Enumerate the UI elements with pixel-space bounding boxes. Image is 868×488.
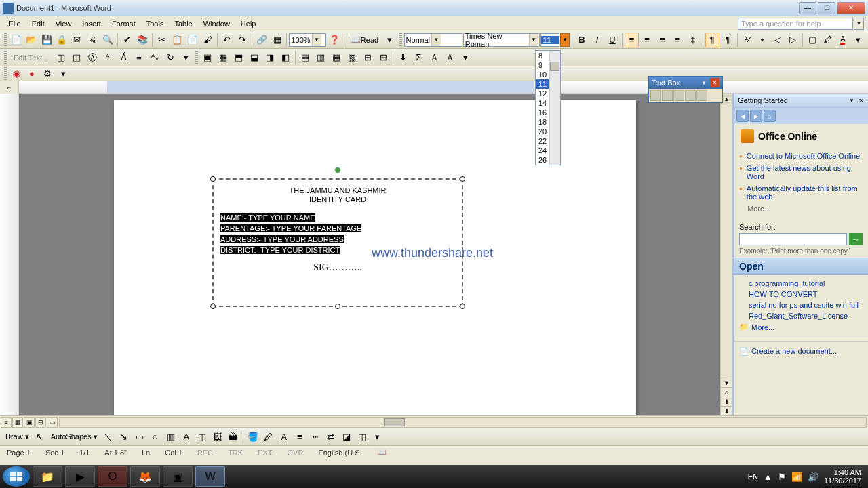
arrow-style-icon[interactable]: ⇄ <box>323 430 338 445</box>
toolbar-options-icon[interactable]: ▾ <box>382 33 397 47</box>
link-connect[interactable]: Connect to Microsoft Office Online <box>739 150 863 162</box>
tb3-icon-9[interactable]: ▾ <box>178 50 193 65</box>
draw-options[interactable]: ▾ <box>370 430 385 445</box>
nav-fwd-icon[interactable]: ► <box>750 110 762 122</box>
rectangle-icon[interactable]: ▭ <box>132 430 147 445</box>
break-link-icon[interactable] <box>662 90 673 101</box>
draw-menu[interactable]: Draw ▾ <box>3 432 32 441</box>
pdf-icon[interactable]: ◉ <box>9 66 24 81</box>
text-box[interactable]: THE JAMMU AND KASHMIR IDENTITY CARD NAME… <box>212 178 463 307</box>
taskbar-media[interactable]: ▶ <box>65 466 95 487</box>
hyperlink-icon[interactable]: 🔗 <box>254 33 269 47</box>
tray-clock[interactable]: 1:40 AM 11/30/2017 <box>824 468 861 485</box>
tb3-icon-26[interactable]: ▾ <box>458 50 473 65</box>
tb3-icon-23[interactable]: Σ <box>411 50 426 65</box>
spell-icon[interactable]: ✔ <box>120 33 135 47</box>
text-direction-icon[interactable] <box>696 90 707 101</box>
shadow-icon[interactable]: ◪ <box>339 430 354 445</box>
rotate-handle[interactable] <box>335 167 340 173</box>
menu-insert[interactable]: Insert <box>77 18 106 29</box>
research-icon[interactable]: 📚 <box>135 33 150 47</box>
horizontal-scrollbar[interactable] <box>59 417 867 428</box>
open-item[interactable]: Red_Giant_Software_License <box>739 310 863 321</box>
outline-view-icon[interactable]: ⊟ <box>35 417 46 428</box>
align-center-icon[interactable]: ≡ <box>639 33 654 47</box>
tb3-icon-18[interactable]: ▦ <box>329 50 344 65</box>
toolbar-grip[interactable] <box>4 33 7 47</box>
tb3-icon-20[interactable]: ⊞ <box>360 50 375 65</box>
tray-network-icon[interactable]: 📶 <box>791 472 802 482</box>
tb3-icon-13[interactable]: ⬓ <box>247 50 262 65</box>
start-button[interactable] <box>3 466 30 487</box>
menu-table[interactable]: Table <box>170 18 197 29</box>
open-item[interactable]: HOW TO CONVERT <box>739 289 863 300</box>
float-close[interactable]: ✕ <box>710 78 719 87</box>
menu-format[interactable]: Format <box>107 18 140 29</box>
tray-up-icon[interactable]: ▲ <box>764 472 772 482</box>
browse-object-icon[interactable]: ○ <box>721 387 732 396</box>
menu-view[interactable]: View <box>51 18 77 29</box>
taskpane-close[interactable]: ✕ <box>859 97 864 104</box>
tb3-icon-21[interactable]: ⊟ <box>376 50 391 65</box>
oval-icon[interactable]: ○ <box>148 430 163 445</box>
record-icon[interactable]: ● <box>24 66 39 81</box>
tb3-icon-22[interactable]: ⬇ <box>395 50 410 65</box>
tb3-icon-8[interactable]: ↻ <box>163 50 178 65</box>
read-button[interactable]: 📖 Read <box>347 33 382 47</box>
select-icon[interactable]: ↖ <box>33 430 47 445</box>
vertical-ruler[interactable] <box>0 94 19 415</box>
tb3-icon-24[interactable]: Ａ <box>427 50 441 65</box>
line-icon[interactable]: ＼ <box>101 430 116 445</box>
menu-tools[interactable]: Tools <box>142 18 169 29</box>
menu-file[interactable]: File <box>4 18 26 29</box>
vertical-scrollbar[interactable]: ▲ ▼ ○ ⬆ ⬇ <box>720 94 732 415</box>
dec-indent-icon[interactable]: ◁ <box>770 33 785 47</box>
rtl-icon[interactable]: ¶ <box>720 33 735 47</box>
horizontal-ruler[interactable] <box>19 81 868 93</box>
tb3-icon-14[interactable]: ◨ <box>262 50 277 65</box>
fill-color-icon[interactable]: 🪣 <box>245 430 260 445</box>
tb3-icon-5[interactable]: Ǎ <box>116 50 131 65</box>
dropdown-scrollbar[interactable] <box>549 51 560 165</box>
toolbar-grip-4[interactable] <box>195 51 198 64</box>
next-textbox-icon[interactable] <box>685 90 696 101</box>
line-style-icon[interactable]: ≡ <box>292 430 307 445</box>
taskbar-app1[interactable]: ▣ <box>163 466 193 487</box>
dash-style-icon[interactable]: ┅ <box>308 430 323 445</box>
help-dropdown[interactable]: ▼ <box>854 18 864 30</box>
tb3-icon-19[interactable]: ▧ <box>344 50 359 65</box>
tb3-icon-10[interactable]: ▣ <box>200 50 215 65</box>
tb3-icon-6[interactable]: ≡ <box>132 50 146 65</box>
reading-view-icon[interactable]: ▭ <box>47 417 58 428</box>
print-view-icon[interactable]: ▣ <box>24 417 35 428</box>
border-icon[interactable]: ▢ <box>805 33 820 47</box>
undo-icon[interactable]: ↶ <box>220 33 235 47</box>
menu-help[interactable]: Help <box>236 18 261 29</box>
menu-window[interactable]: Window <box>199 18 235 29</box>
ruler-corner[interactable]: ⌐ <box>0 81 19 94</box>
toolbar-options-2-icon[interactable]: ▾ <box>851 33 866 47</box>
wordart-icon[interactable]: A <box>179 430 194 445</box>
ltr-icon[interactable]: ¶ <box>705 33 720 47</box>
normal-view-icon[interactable]: ≡ <box>1 417 12 428</box>
taskbar-firefox[interactable]: 🦊 <box>130 466 160 487</box>
arrow-icon[interactable]: ↘ <box>117 430 132 445</box>
format-painter-icon[interactable]: 🖌 <box>201 33 216 47</box>
tb3-icon-4[interactable]: ᴬ <box>100 50 115 65</box>
next-page-icon[interactable]: ⬇ <box>721 406 732 415</box>
justify-icon[interactable]: ≡ <box>670 33 685 47</box>
tb3-icon-7[interactable]: ᴬᵥ <box>147 50 162 65</box>
permission-icon[interactable]: 🔒 <box>55 33 70 47</box>
menu-edit[interactable]: Edit <box>27 18 50 29</box>
paste-icon[interactable]: 📄 <box>185 33 200 47</box>
nav-home-icon[interactable]: ⌂ <box>764 110 776 122</box>
tray-volume-icon[interactable]: 🔊 <box>808 472 818 482</box>
resize-handle-nw[interactable] <box>210 176 216 182</box>
help-search-input[interactable]: Type a question for help <box>738 18 853 30</box>
autoshapes-menu[interactable]: AutoShapes ▾ <box>48 432 100 441</box>
resize-handle-ne[interactable] <box>460 176 465 182</box>
close-button[interactable]: ✕ <box>837 2 865 14</box>
email-icon[interactable]: ✉ <box>70 33 85 47</box>
new-doc-icon[interactable]: 📄 <box>9 33 24 47</box>
scroll-down-icon[interactable]: ▼ <box>721 378 732 387</box>
